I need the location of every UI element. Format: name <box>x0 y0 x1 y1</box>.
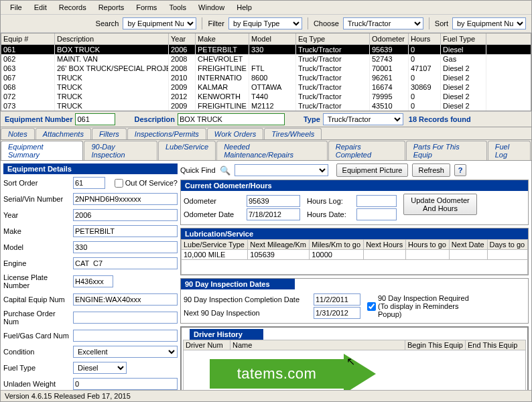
type-select[interactable]: Truck/Tractor <box>323 113 403 125</box>
desc-input[interactable] <box>178 113 285 125</box>
driver-col-begin: Begin This Equip <box>405 340 466 350</box>
model-input[interactable] <box>73 241 178 253</box>
fuelcard-input[interactable] <box>73 330 178 342</box>
menu-help[interactable]: Help <box>231 2 257 13</box>
col-model[interactable]: Model <box>249 34 296 44</box>
tab-attachments[interactable]: Attachments <box>36 128 91 139</box>
tab-filters[interactable]: Filters <box>92 128 127 139</box>
insp-next-input[interactable] <box>314 307 360 319</box>
model-label: Model <box>3 243 70 251</box>
table-row[interactable]: 072TRUCK2012KENWORTHT440Truck/Tractor799… <box>1 92 531 101</box>
lube-col-type: Lube/Service Type <box>182 240 248 250</box>
col-equip[interactable]: Equip # <box>1 34 55 44</box>
license-label: License Plate Number <box>3 273 70 289</box>
equipment-grid: Equip # Description Year Make Model Eq T… <box>1 33 531 111</box>
search-label: Search <box>96 19 119 27</box>
out-of-service-label: Out Of Service? <box>125 179 178 187</box>
table-row[interactable]: 062MAINT. VAN2008CHEVROLETTruck/Tractor5… <box>1 54 531 64</box>
col-make[interactable]: Make <box>196 34 249 44</box>
inspection-header: 90 Day Inspection Dates <box>181 279 295 289</box>
sort-order-input[interactable] <box>73 177 105 189</box>
po-input[interactable] <box>73 312 178 324</box>
tab-notes[interactable]: Notes <box>1 128 35 139</box>
equipment-bar: Equipment Number Description Type Truck/… <box>1 111 531 127</box>
insp-next-label: Next 90 Day Inspection <box>184 309 311 317</box>
tab-fuellog[interactable]: Fuel Log <box>488 141 531 160</box>
col-odometer[interactable]: Odometer <box>370 34 409 44</box>
table-row[interactable]: 073TRUCK2009FREIGHTLINEM2112Truck/Tracto… <box>1 101 531 111</box>
refresh-button[interactable]: Refresh <box>412 163 450 177</box>
menu-edit[interactable]: Edit <box>29 2 52 13</box>
filter-by-select[interactable]: by Equip Type <box>228 17 302 29</box>
driver-col-num: Driver Num <box>184 340 230 350</box>
choose-label: Choose <box>314 19 339 27</box>
help-icon[interactable]: ? <box>454 164 466 176</box>
menu-window[interactable]: Window <box>193 2 230 13</box>
col-year[interactable]: Year <box>169 34 196 44</box>
quickfind-select[interactable] <box>235 164 328 176</box>
unladen-input[interactable] <box>73 378 178 390</box>
hours-date-label: Hours Date: <box>307 210 354 218</box>
menu-file[interactable]: File <box>5 2 27 13</box>
version-text: Version 4.6.15 Released Feb 17, 2015 <box>5 392 131 400</box>
sort-by-select[interactable]: by Equipment Num <box>452 17 526 29</box>
col-hours[interactable]: Hours <box>409 34 441 44</box>
insp-comp-input[interactable] <box>314 293 360 306</box>
insp-comp-label: 90 Day Inspection Completion Date <box>184 295 311 304</box>
odometer-input[interactable] <box>247 195 300 207</box>
eqnum-input[interactable] <box>75 113 115 125</box>
odometer-date-input[interactable] <box>247 208 300 220</box>
fuelcard-label: Fuel/Gas Card Num <box>3 332 70 340</box>
tabs-row-1: Notes Attachments Filters Inspections/Pe… <box>1 127 531 140</box>
menubar: File Edit Records Reports Forms Tools Wi… <box>1 1 531 15</box>
tab-repairs[interactable]: Repairs Completed <box>328 141 405 160</box>
tab-tires[interactable]: Tires/Wheels <box>264 128 322 139</box>
tab-parts[interactable]: Parts For This Equip <box>406 141 487 160</box>
license-input[interactable] <box>73 275 113 287</box>
tab-inspections[interactable]: Inspections/Permits <box>127 128 206 139</box>
table-row[interactable]: 061BOX TRUCK2006PETERBILT330Truck/Tracto… <box>1 45 531 54</box>
fueltype-select[interactable]: Diesel <box>73 362 127 374</box>
col-description[interactable]: Description <box>55 34 169 44</box>
year-input[interactable] <box>73 209 178 221</box>
tab-needed[interactable]: Needed Maintenance/Repairs <box>216 141 328 160</box>
menu-reports[interactable]: Reports <box>93 2 130 13</box>
out-of-service-checkbox[interactable] <box>115 179 123 188</box>
capeq-input[interactable] <box>73 293 178 306</box>
choose-select[interactable]: Truck/Tractor <box>343 17 423 29</box>
sort-order-label: Sort Order <box>3 179 70 187</box>
serial-input[interactable] <box>73 193 178 205</box>
tab-workorders[interactable]: Work Orders <box>207 128 263 139</box>
tab-summary[interactable]: Equipment Summary <box>1 141 83 160</box>
make-input[interactable] <box>73 225 178 237</box>
lube-row[interactable]: 10,000 MILE10563910000 <box>182 250 528 260</box>
table-row[interactable]: 067TRUCK2010INTERNATIO8600Truck/Tractor9… <box>1 73 531 82</box>
status-bar: Version 4.6.15 Released Feb 17, 2015 <box>1 390 531 401</box>
lubrication-table[interactable]: Lube/Service Type Next Mileage/Km Miles/… <box>181 239 528 275</box>
table-row[interactable]: 068TRUCK2009KALMAROTTAWATruck/Tractor166… <box>1 82 531 92</box>
condition-select[interactable]: Excellent <box>73 346 178 358</box>
driver-history-table[interactable]: Driver Num Name Begin This Equip End Thi… <box>183 340 526 391</box>
menu-records[interactable]: Records <box>54 2 92 13</box>
equipment-picture-button[interactable]: Equipment Picture <box>336 163 409 177</box>
search-by-select[interactable]: by Equipment Num <box>123 17 196 29</box>
insp-required-checkbox[interactable] <box>367 302 376 311</box>
tab-lube[interactable]: Lube/Service <box>158 141 216 160</box>
col-eqtype[interactable]: Eq Type <box>296 34 370 44</box>
lubrication-header: Lubrication/Service <box>181 228 528 239</box>
unladen-label: Unladen Weight <box>3 380 70 388</box>
menu-forms[interactable]: Forms <box>131 2 162 13</box>
col-fueltype[interactable]: Fuel Type <box>441 34 486 44</box>
table-row[interactable]: 06326' BOX TRUCK/SPECIAL PROJECTS2008FRE… <box>1 64 531 73</box>
hours-log-input[interactable] <box>356 195 397 207</box>
update-odometer-button[interactable]: Update Odometer And Hours <box>403 194 477 215</box>
tab-90day[interactable]: 90-Day Inspection <box>84 141 157 160</box>
menu-tools[interactable]: Tools <box>163 2 192 13</box>
grid-body[interactable]: 061BOX TRUCK2006PETERBILT330Truck/Tracto… <box>1 45 531 111</box>
engine-input[interactable] <box>73 257 178 269</box>
lube-col-miles-to-go: Miles/Km to go <box>310 240 364 250</box>
driver-history-header: Driver History <box>190 329 263 340</box>
condition-label: Condition <box>3 348 70 356</box>
lube-col-next-hours: Next Hours <box>364 240 406 250</box>
hours-date-input[interactable] <box>356 208 397 220</box>
